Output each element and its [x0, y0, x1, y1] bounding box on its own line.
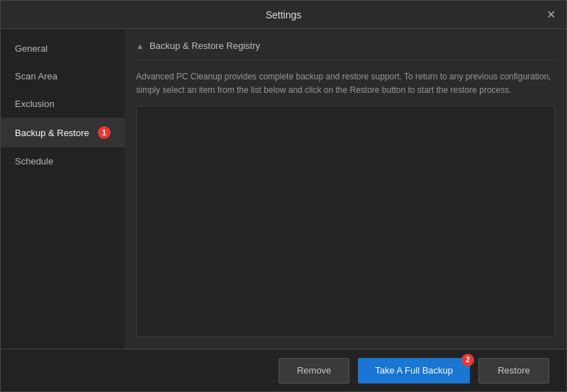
- sidebar: General Scan Area Exclusion Backup & Res…: [1, 29, 125, 349]
- sidebar-item-exclusion[interactable]: Exclusion: [1, 90, 125, 118]
- content-area: General Scan Area Exclusion Backup & Res…: [1, 29, 566, 349]
- full-backup-button[interactable]: Take A Full Backup 2: [358, 358, 470, 383]
- backup-list-area: [136, 106, 555, 337]
- sidebar-item-general[interactable]: General: [1, 35, 125, 62]
- sidebar-item-backup-restore[interactable]: Backup & Restore 1: [1, 118, 125, 147]
- sidebar-item-schedule[interactable]: Schedule: [1, 147, 125, 175]
- sidebar-item-scan-area[interactable]: Scan Area: [1, 62, 125, 90]
- footer: Remove Take A Full Backup 2 Restore: [1, 349, 566, 391]
- section-header: ▲ Backup & Restore Registry: [136, 40, 555, 60]
- sidebar-item-label: General: [15, 43, 47, 54]
- sidebar-item-label: Scan Area: [15, 71, 57, 82]
- backup-restore-badge: 1: [98, 126, 111, 139]
- restore-button[interactable]: Restore: [478, 358, 549, 383]
- full-backup-badge: 2: [461, 354, 474, 366]
- remove-button[interactable]: Remove: [279, 358, 349, 383]
- sidebar-item-label: Exclusion: [15, 99, 55, 109]
- sidebar-item-label: Schedule: [15, 156, 53, 167]
- section-description: Advanced PC Cleanup provides complete ba…: [136, 70, 555, 97]
- section-title: Backup & Restore Registry: [150, 40, 260, 51]
- main-panel: ▲ Backup & Restore Registry Advanced PC …: [125, 29, 566, 349]
- chevron-up-icon: ▲: [136, 42, 144, 50]
- settings-dialog: Settings ✕ General Scan Area Exclusion B…: [0, 0, 567, 392]
- title-bar: Settings ✕: [1, 1, 566, 29]
- sidebar-item-label: Backup & Restore: [15, 128, 89, 138]
- close-button[interactable]: ✕: [544, 8, 558, 22]
- dialog-title: Settings: [266, 9, 302, 21]
